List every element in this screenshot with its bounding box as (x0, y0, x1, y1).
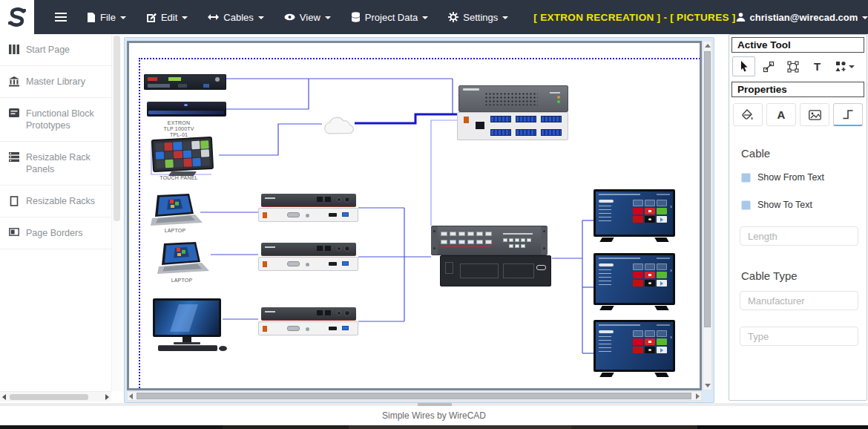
device-transmitter-1[interactable] (258, 194, 358, 223)
menu-project-data[interactable]: Project Data (351, 12, 429, 23)
navbar: File Edit Cables View (0, 0, 868, 34)
scroll-right-arrow-icon[interactable] (105, 394, 109, 400)
step-line-icon (842, 109, 854, 119)
database-icon (351, 12, 361, 22)
properties-header: Properties (731, 82, 864, 97)
sidebar: Start Page Master Library Functional Blo… (0, 34, 111, 391)
device-control-processor[interactable] (458, 85, 568, 112)
receiver-red-display (148, 77, 157, 81)
show-from-text-checkbox[interactable] (741, 173, 751, 183)
sidebar-item-label: Resizable Racks (26, 195, 95, 207)
footer-text: Simple Wires by WireCAD (382, 410, 486, 421)
menu-view[interactable]: View (284, 12, 331, 23)
mouse (219, 346, 227, 351)
terminal-block (516, 116, 536, 122)
device-av-receiver[interactable] (144, 74, 226, 90)
sidebar-item-start-page[interactable]: Start Page (0, 34, 111, 66)
canvas-vertical-scrollbar[interactable] (703, 41, 712, 390)
drawing-sheet[interactable]: EXTRON TLP 1000TV TPL-01 TOUCH PANEL (129, 43, 700, 388)
columns-icon (9, 45, 19, 54)
menu-file[interactable]: File (87, 12, 126, 23)
sidebar-item-master-library[interactable]: Master Library (0, 66, 111, 98)
active-tool-header: Active Tool (731, 37, 864, 53)
cloud-shape[interactable] (320, 111, 358, 138)
keyboard (158, 345, 217, 351)
device-tv-2[interactable]: › (594, 253, 675, 310)
terminal-block (541, 129, 562, 136)
menu-cables[interactable]: Cables (208, 12, 263, 23)
rack-outline-icon (9, 196, 19, 206)
sidebar-horizontal-scrollbar[interactable] (0, 391, 111, 402)
sidebar-item-label: Page Borders (26, 227, 82, 239)
user-menu[interactable]: christian@wirecad.com (736, 12, 868, 23)
terminal-block (516, 129, 536, 136)
type-input[interactable] (740, 327, 858, 346)
laptop-2-label: LAPTOP (157, 278, 207, 284)
tab-font[interactable]: A (766, 103, 796, 126)
laptop-1-label: LAPTOP (150, 228, 200, 234)
scrollbar-thumb[interactable] (10, 394, 88, 400)
manufacturer-input[interactable] (740, 291, 858, 310)
scroll-right-arrow-icon[interactable] (696, 393, 700, 399)
device-desktop-monitor[interactable] (153, 298, 227, 354)
paint-bucket-icon (742, 109, 754, 121)
length-input[interactable] (740, 226, 858, 246)
device-transmitter-3[interactable] (258, 307, 358, 336)
rj45-port (476, 122, 484, 129)
device-laptop-1[interactable] (151, 194, 203, 228)
scrollbar-thumb[interactable] (704, 51, 711, 327)
cable-type-section-title: Cable Type (741, 269, 867, 282)
tab-fill-style[interactable] (733, 103, 763, 126)
canvas-horizontal-scrollbar[interactable] (127, 391, 702, 401)
select-tool-button[interactable] (732, 56, 755, 76)
device-tv-3[interactable]: › (594, 320, 675, 377)
device-touch-panel[interactable] (152, 138, 213, 171)
page-borders-icon (9, 228, 19, 236)
receiver-port (203, 84, 209, 88)
sidebar-item-functional-block-prototypes[interactable]: Functional Block Prototypes (0, 98, 111, 142)
device-bluray-player[interactable] (147, 102, 226, 117)
device-stack-label: EXTRON TLP 1000TV TPL-01 (151, 120, 206, 138)
sidebar-item-resizable-rack-panels[interactable]: Resizable Rack Panels (0, 142, 111, 186)
menu-settings[interactable]: Settings (448, 12, 508, 23)
device-relay-unit[interactable] (457, 112, 568, 140)
menu-file-label: File (100, 12, 116, 23)
text-tool-icon: T (814, 60, 821, 73)
scroll-left-arrow-icon[interactable] (2, 394, 6, 400)
device-transmitter-2[interactable] (258, 243, 358, 272)
tab-cable-route[interactable] (833, 103, 863, 126)
sidebar-item-label: Functional Block Prototypes (26, 108, 104, 131)
edit-vertices-tool-button[interactable] (781, 56, 804, 76)
chevron-down-icon (422, 16, 428, 19)
scroll-down-arrow-icon[interactable] (705, 384, 711, 387)
app-logo[interactable] (0, 0, 34, 34)
text-tool-button[interactable]: T (806, 56, 829, 76)
scrollbar-thumb[interactable] (114, 36, 120, 221)
sidebar-item-page-borders[interactable]: Page Borders (0, 217, 111, 249)
hamburger-menu-icon[interactable] (55, 13, 67, 22)
user-email: christian@wirecad.com (750, 12, 858, 23)
scroll-up-arrow-icon[interactable] (705, 44, 711, 48)
menu-edit[interactable]: Edit (146, 12, 188, 23)
chevron-down-icon (502, 16, 508, 19)
chevron-down-icon (258, 16, 264, 19)
device-matrix-switcher-front[interactable] (431, 226, 548, 255)
device-tv-1[interactable]: › (594, 189, 675, 242)
terminal-block (490, 129, 511, 136)
show-to-text-row: Show To Text (741, 200, 867, 210)
scroll-left-arrow-icon[interactable] (129, 393, 133, 399)
draw-cable-tool-button[interactable] (757, 56, 780, 76)
sidebar-item-label: Start Page (26, 44, 70, 56)
gear-icon (448, 12, 458, 22)
device-laptop-2[interactable] (157, 242, 209, 276)
device-matrix-switcher-rear[interactable] (440, 255, 551, 286)
tab-image[interactable] (800, 103, 829, 126)
polyline-nodes-icon (763, 61, 775, 73)
insert-shapes-tool-button[interactable] (830, 56, 860, 76)
active-tool-row: T (729, 55, 867, 79)
sidebar-vertical-scrollbar[interactable] (111, 34, 121, 391)
show-to-text-checkbox[interactable] (741, 200, 751, 210)
phoenix-connector (464, 117, 469, 123)
scrollbar-thumb[interactable] (137, 393, 691, 399)
sidebar-item-resizable-racks[interactable]: Resizable Racks (0, 186, 111, 217)
